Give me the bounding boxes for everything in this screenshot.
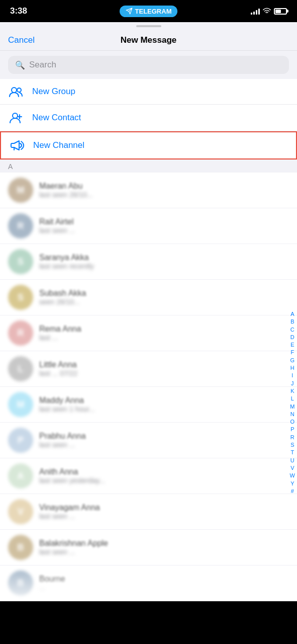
telegram-icon [126, 8, 133, 15]
alpha-b[interactable]: B [290, 318, 294, 325]
battery-icon [274, 8, 287, 15]
contact-item[interactable]: S Subash Akka seen 26/10... [0, 280, 297, 315]
contact-info: Anith Anna last seen yesterday... [39, 467, 289, 485]
contact-status: ... [39, 584, 289, 592]
avatar: B [8, 571, 33, 596]
new-channel-label: New Channel [33, 140, 84, 150]
contact-item[interactable]: A Anith Anna last seen yesterday... [0, 458, 297, 494]
contact-info: Subash Akka seen 26/10... [39, 289, 289, 306]
new-group-item[interactable]: New Group [0, 79, 297, 105]
search-container: 🔍 Search [0, 51, 297, 79]
svg-point-2 [13, 113, 18, 118]
action-list: New Group New Contact [0, 79, 297, 601]
contact-info: Maddy Anna last seen 1 hour... [39, 396, 289, 413]
avatar: R [8, 320, 33, 346]
search-bar[interactable]: 🔍 Search [8, 56, 289, 74]
alpha-c[interactable]: C [290, 326, 294, 333]
contact-info: Vinayagam Anna last seen ... [39, 503, 289, 520]
alpha-e[interactable]: E [290, 341, 294, 348]
group-svg [9, 86, 23, 97]
alpha-f[interactable]: F [290, 349, 294, 356]
nav-bar: Cancel New Message [0, 29, 297, 51]
contact-status: last ... [39, 334, 289, 342]
contact-name: Rema Anna [39, 325, 289, 334]
svg-point-1 [17, 88, 21, 92]
page-title: New Message [121, 35, 177, 45]
alpha-l[interactable]: L [291, 395, 294, 402]
alpha-h[interactable]: H [290, 364, 294, 371]
alpha-w[interactable]: W [290, 472, 295, 479]
contact-item[interactable]: S Saranya Akka last seen recently [0, 244, 297, 280]
contact-name: Little Anna [39, 360, 289, 369]
contact-info: Little Anna last ... 07/22 [39, 360, 289, 377]
alpha-n[interactable]: N [290, 411, 294, 418]
person-add-icon [8, 112, 24, 124]
alpha-s[interactable]: S [290, 441, 294, 448]
contact-item[interactable]: V Vinayagam Anna last seen ... [0, 494, 297, 530]
main-sheet: Cancel New Message 🔍 Search [0, 29, 297, 601]
contact-status: seen 26/10... [39, 298, 289, 306]
contact-info: Saranya Akka last seen recently [39, 253, 289, 270]
alpha-k[interactable]: K [290, 387, 294, 394]
alpha-m[interactable]: M [290, 403, 294, 410]
contact-item[interactable]: R Rema Anna last ... [0, 315, 297, 351]
pull-handle [136, 25, 161, 27]
content-area: New Group New Contact [0, 79, 297, 601]
wifi-svg [263, 8, 271, 14]
avatar: S [8, 285, 33, 310]
contact-list: M Maeran Abu last seen 26/10... R Rait A… [0, 173, 297, 601]
contact-info: Rait Airtel last seen ... [39, 217, 289, 234]
alpha-v[interactable]: V [290, 464, 294, 471]
contact-name: Prabhu Anna [39, 432, 289, 441]
alpha-p[interactable]: P [290, 426, 294, 433]
contact-item[interactable]: B Bourne ... [0, 566, 297, 601]
contact-item[interactable]: B Balakrishnan Apple last seen ... [0, 530, 297, 566]
alpha-d[interactable]: D [290, 334, 294, 341]
alpha-y[interactable]: Y [290, 480, 294, 487]
section-header-a: A [0, 159, 297, 173]
alpha-u[interactable]: U [290, 457, 294, 464]
contact-item[interactable]: M Maeran Abu last seen 26/10... [0, 173, 297, 208]
pull-handle-container [0, 22, 297, 29]
alpha-o[interactable]: O [290, 418, 295, 425]
alpha-a[interactable]: A [290, 310, 294, 317]
telegram-label: TELEGRAM [135, 8, 172, 15]
contact-name: Rait Airtel [39, 217, 289, 226]
status-icons [251, 7, 287, 15]
alpha-t[interactable]: T [290, 449, 294, 456]
new-contact-item[interactable]: New Contact [0, 105, 297, 131]
wifi-icon [263, 7, 271, 15]
alpha-j[interactable]: J [291, 380, 294, 387]
contact-status: last seen yesterday... [39, 476, 289, 485]
new-channel-item[interactable]: New Channel [0, 131, 297, 159]
contact-info: Prabhu Anna last seen ... [39, 432, 289, 449]
contact-info: Bourne ... [39, 575, 289, 592]
status-bar: 3:38 TELEGRAM [0, 0, 297, 22]
alpha-g[interactable]: G [290, 357, 295, 364]
contact-info: Rema Anna last ... [39, 325, 289, 342]
contact-status: last seen ... [39, 441, 289, 449]
alpha-i[interactable]: I [291, 372, 293, 379]
contact-name: Maeran Abu [39, 182, 289, 191]
contact-name: Bourne [39, 575, 289, 584]
contact-item[interactable]: L Little Anna last ... 07/22 [0, 351, 297, 387]
contact-name: Subash Akka [39, 289, 289, 298]
contact-status: last seen recently [39, 262, 289, 270]
contact-name: Balakrishnan Apple [39, 539, 289, 548]
contact-status: last seen ... [39, 226, 289, 234]
group-icon [8, 86, 24, 97]
contact-item[interactable]: P Prabhu Anna last seen ... [0, 423, 297, 458]
alpha-hash[interactable]: # [291, 488, 294, 495]
avatar: P [8, 428, 33, 453]
contact-name: Anith Anna [39, 467, 289, 476]
signal-bars [251, 8, 260, 15]
contact-item[interactable]: R Rait Airtel last seen ... [0, 208, 297, 244]
svg-point-0 [12, 88, 17, 93]
contact-name: Maddy Anna [39, 396, 289, 405]
cancel-button[interactable]: Cancel [8, 35, 35, 45]
contact-name: Vinayagam Anna [39, 503, 289, 512]
alpha-r[interactable]: R [290, 434, 294, 441]
contact-status: last seen 26/10... [39, 191, 289, 199]
telegram-badge: TELEGRAM [120, 6, 178, 17]
contact-item[interactable]: M Maddy Anna last seen 1 hour... [0, 387, 297, 423]
